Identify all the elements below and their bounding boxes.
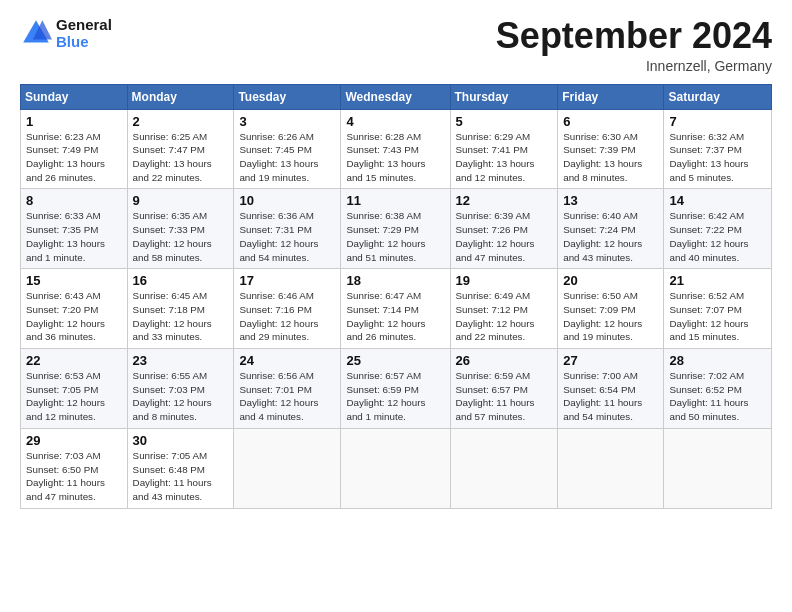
- day-cell: 29Sunrise: 7:03 AM Sunset: 6:50 PM Dayli…: [21, 428, 128, 508]
- calendar-table: SundayMondayTuesdayWednesdayThursdayFrid…: [20, 84, 772, 509]
- weekday-header-row: SundayMondayTuesdayWednesdayThursdayFrid…: [21, 84, 772, 109]
- day-info: Sunrise: 6:32 AM Sunset: 7:37 PM Dayligh…: [669, 130, 766, 185]
- day-number: 29: [26, 433, 122, 448]
- day-cell: [450, 428, 558, 508]
- day-number: 13: [563, 193, 658, 208]
- day-info: Sunrise: 6:52 AM Sunset: 7:07 PM Dayligh…: [669, 289, 766, 344]
- day-number: 5: [456, 114, 553, 129]
- day-number: 2: [133, 114, 229, 129]
- day-number: 28: [669, 353, 766, 368]
- day-cell: 22Sunrise: 6:53 AM Sunset: 7:05 PM Dayli…: [21, 349, 128, 429]
- day-number: 21: [669, 273, 766, 288]
- location-subtitle: Innernzell, Germany: [496, 58, 772, 74]
- day-info: Sunrise: 6:49 AM Sunset: 7:12 PM Dayligh…: [456, 289, 553, 344]
- day-number: 6: [563, 114, 658, 129]
- week-row-3: 15Sunrise: 6:43 AM Sunset: 7:20 PM Dayli…: [21, 269, 772, 349]
- week-row-4: 22Sunrise: 6:53 AM Sunset: 7:05 PM Dayli…: [21, 349, 772, 429]
- day-number: 26: [456, 353, 553, 368]
- day-cell: 19Sunrise: 6:49 AM Sunset: 7:12 PM Dayli…: [450, 269, 558, 349]
- day-number: 14: [669, 193, 766, 208]
- weekday-sunday: Sunday: [21, 84, 128, 109]
- day-cell: 25Sunrise: 6:57 AM Sunset: 6:59 PM Dayli…: [341, 349, 450, 429]
- day-info: Sunrise: 6:39 AM Sunset: 7:26 PM Dayligh…: [456, 209, 553, 264]
- week-row-2: 8Sunrise: 6:33 AM Sunset: 7:35 PM Daylig…: [21, 189, 772, 269]
- day-info: Sunrise: 6:28 AM Sunset: 7:43 PM Dayligh…: [346, 130, 444, 185]
- logo: General Blue: [20, 16, 112, 51]
- day-cell: 5Sunrise: 6:29 AM Sunset: 7:41 PM Daylig…: [450, 109, 558, 189]
- day-cell: 14Sunrise: 6:42 AM Sunset: 7:22 PM Dayli…: [664, 189, 772, 269]
- day-info: Sunrise: 6:47 AM Sunset: 7:14 PM Dayligh…: [346, 289, 444, 344]
- weekday-saturday: Saturday: [664, 84, 772, 109]
- day-number: 3: [239, 114, 335, 129]
- day-info: Sunrise: 6:45 AM Sunset: 7:18 PM Dayligh…: [133, 289, 229, 344]
- day-number: 17: [239, 273, 335, 288]
- week-row-5: 29Sunrise: 7:03 AM Sunset: 6:50 PM Dayli…: [21, 428, 772, 508]
- day-cell: 21Sunrise: 6:52 AM Sunset: 7:07 PM Dayli…: [664, 269, 772, 349]
- calendar-body: 1Sunrise: 6:23 AM Sunset: 7:49 PM Daylig…: [21, 109, 772, 508]
- day-info: Sunrise: 6:50 AM Sunset: 7:09 PM Dayligh…: [563, 289, 658, 344]
- day-cell: [341, 428, 450, 508]
- day-cell: 2Sunrise: 6:25 AM Sunset: 7:47 PM Daylig…: [127, 109, 234, 189]
- day-cell: 30Sunrise: 7:05 AM Sunset: 6:48 PM Dayli…: [127, 428, 234, 508]
- day-cell: 17Sunrise: 6:46 AM Sunset: 7:16 PM Dayli…: [234, 269, 341, 349]
- month-title: September 2024: [496, 16, 772, 56]
- day-cell: [234, 428, 341, 508]
- day-info: Sunrise: 6:23 AM Sunset: 7:49 PM Dayligh…: [26, 130, 122, 185]
- logo-icon: [20, 17, 52, 49]
- page: General Blue September 2024 Innernzell, …: [0, 0, 792, 612]
- day-number: 20: [563, 273, 658, 288]
- day-info: Sunrise: 6:29 AM Sunset: 7:41 PM Dayligh…: [456, 130, 553, 185]
- day-info: Sunrise: 7:03 AM Sunset: 6:50 PM Dayligh…: [26, 449, 122, 504]
- day-info: Sunrise: 6:57 AM Sunset: 6:59 PM Dayligh…: [346, 369, 444, 424]
- day-info: Sunrise: 6:55 AM Sunset: 7:03 PM Dayligh…: [133, 369, 229, 424]
- day-cell: 24Sunrise: 6:56 AM Sunset: 7:01 PM Dayli…: [234, 349, 341, 429]
- day-info: Sunrise: 6:53 AM Sunset: 7:05 PM Dayligh…: [26, 369, 122, 424]
- day-number: 18: [346, 273, 444, 288]
- weekday-friday: Friday: [558, 84, 664, 109]
- title-block: September 2024 Innernzell, Germany: [496, 16, 772, 74]
- day-info: Sunrise: 7:00 AM Sunset: 6:54 PM Dayligh…: [563, 369, 658, 424]
- day-cell: 12Sunrise: 6:39 AM Sunset: 7:26 PM Dayli…: [450, 189, 558, 269]
- day-number: 12: [456, 193, 553, 208]
- day-cell: 10Sunrise: 6:36 AM Sunset: 7:31 PM Dayli…: [234, 189, 341, 269]
- day-cell: [558, 428, 664, 508]
- day-cell: 20Sunrise: 6:50 AM Sunset: 7:09 PM Dayli…: [558, 269, 664, 349]
- day-number: 19: [456, 273, 553, 288]
- day-cell: 16Sunrise: 6:45 AM Sunset: 7:18 PM Dayli…: [127, 269, 234, 349]
- weekday-wednesday: Wednesday: [341, 84, 450, 109]
- day-number: 23: [133, 353, 229, 368]
- weekday-tuesday: Tuesday: [234, 84, 341, 109]
- day-info: Sunrise: 6:33 AM Sunset: 7:35 PM Dayligh…: [26, 209, 122, 264]
- day-cell: 23Sunrise: 6:55 AM Sunset: 7:03 PM Dayli…: [127, 349, 234, 429]
- day-cell: 4Sunrise: 6:28 AM Sunset: 7:43 PM Daylig…: [341, 109, 450, 189]
- day-cell: 11Sunrise: 6:38 AM Sunset: 7:29 PM Dayli…: [341, 189, 450, 269]
- day-cell: 3Sunrise: 6:26 AM Sunset: 7:45 PM Daylig…: [234, 109, 341, 189]
- day-info: Sunrise: 7:02 AM Sunset: 6:52 PM Dayligh…: [669, 369, 766, 424]
- day-info: Sunrise: 7:05 AM Sunset: 6:48 PM Dayligh…: [133, 449, 229, 504]
- day-cell: 7Sunrise: 6:32 AM Sunset: 7:37 PM Daylig…: [664, 109, 772, 189]
- day-info: Sunrise: 6:26 AM Sunset: 7:45 PM Dayligh…: [239, 130, 335, 185]
- day-cell: 15Sunrise: 6:43 AM Sunset: 7:20 PM Dayli…: [21, 269, 128, 349]
- day-cell: 13Sunrise: 6:40 AM Sunset: 7:24 PM Dayli…: [558, 189, 664, 269]
- day-number: 16: [133, 273, 229, 288]
- day-number: 4: [346, 114, 444, 129]
- day-number: 22: [26, 353, 122, 368]
- day-info: Sunrise: 6:42 AM Sunset: 7:22 PM Dayligh…: [669, 209, 766, 264]
- day-number: 30: [133, 433, 229, 448]
- day-cell: 26Sunrise: 6:59 AM Sunset: 6:57 PM Dayli…: [450, 349, 558, 429]
- header: General Blue September 2024 Innernzell, …: [20, 16, 772, 74]
- day-number: 10: [239, 193, 335, 208]
- day-cell: 1Sunrise: 6:23 AM Sunset: 7:49 PM Daylig…: [21, 109, 128, 189]
- day-info: Sunrise: 6:43 AM Sunset: 7:20 PM Dayligh…: [26, 289, 122, 344]
- day-info: Sunrise: 6:59 AM Sunset: 6:57 PM Dayligh…: [456, 369, 553, 424]
- day-info: Sunrise: 6:46 AM Sunset: 7:16 PM Dayligh…: [239, 289, 335, 344]
- day-info: Sunrise: 6:40 AM Sunset: 7:24 PM Dayligh…: [563, 209, 658, 264]
- day-number: 27: [563, 353, 658, 368]
- day-number: 7: [669, 114, 766, 129]
- weekday-thursday: Thursday: [450, 84, 558, 109]
- day-number: 1: [26, 114, 122, 129]
- day-cell: 27Sunrise: 7:00 AM Sunset: 6:54 PM Dayli…: [558, 349, 664, 429]
- day-cell: 6Sunrise: 6:30 AM Sunset: 7:39 PM Daylig…: [558, 109, 664, 189]
- day-info: Sunrise: 6:30 AM Sunset: 7:39 PM Dayligh…: [563, 130, 658, 185]
- day-number: 8: [26, 193, 122, 208]
